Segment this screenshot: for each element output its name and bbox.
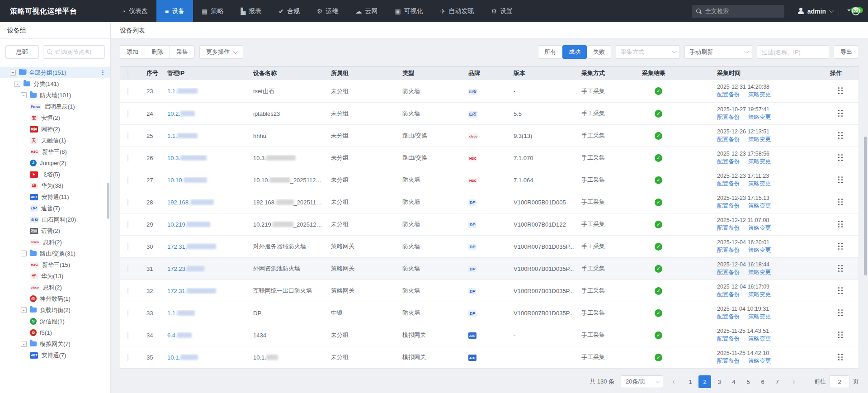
config-backup-link[interactable]: 配置备份 [717, 269, 740, 276]
row-checkbox[interactable] [127, 177, 128, 184]
nav-item-设备[interactable]: ≡设备 [156, 0, 193, 22]
tree-item[interactable]: JJuniper(2) [0, 157, 110, 169]
logout-power-icon[interactable] [852, 7, 860, 15]
select-all-checkbox[interactable] [127, 70, 128, 77]
policy-change-link[interactable]: 策略变更 [748, 202, 771, 210]
device-ip-link[interactable]: 10.3. [167, 155, 180, 161]
config-backup-link[interactable]: 配置备份 [717, 202, 740, 210]
tree-item[interactable]: Venus启明星辰(1) [0, 101, 110, 112]
filter-成功[interactable]: 成功 [562, 45, 587, 59]
policy-change-link[interactable]: 策略变更 [748, 246, 771, 254]
row-checkbox[interactable] [127, 110, 128, 117]
config-backup-link[interactable]: 配置备份 [717, 114, 740, 121]
row-checkbox[interactable] [127, 265, 128, 272]
device-ip-link[interactable]: 172.31. [167, 288, 187, 294]
tree-item[interactable]: H3C新华三(8) [0, 146, 110, 157]
policy-change-link[interactable]: 策略变更 [748, 180, 771, 188]
row-menu-grid-icon[interactable] [838, 309, 843, 316]
policy-change-link[interactable]: 策略变更 [748, 357, 771, 365]
tree-item[interactable]: S深信服(1) [0, 316, 110, 327]
tree-item[interactable]: +全部分组(151)⋮ [0, 67, 110, 78]
row-menu-grid-icon[interactable] [838, 132, 843, 139]
config-backup-link[interactable]: 配置备份 [717, 91, 740, 99]
filter-失败[interactable]: 失败 [587, 45, 611, 59]
tree-item[interactable]: ABT安博通(7) [0, 350, 110, 361]
nav-item-合规[interactable]: ✔合规 [270, 0, 308, 22]
page-button-6[interactable]: 6 [756, 375, 769, 388]
row-menu-grid-icon[interactable] [838, 87, 843, 94]
row-checkbox[interactable] [127, 221, 128, 228]
policy-change-link[interactable]: 策略变更 [748, 114, 771, 121]
policy-change-link[interactable]: 策略变更 [748, 313, 771, 321]
policy-change-link[interactable]: 策略变更 [748, 269, 771, 276]
name-ip-filter-input[interactable] [757, 45, 829, 59]
row-menu-grid-icon[interactable] [838, 265, 843, 272]
tree-item[interactable]: cisco思科(2) [0, 237, 110, 248]
row-menu-grid-icon[interactable] [838, 331, 843, 338]
config-backup-link[interactable]: 配置备份 [717, 246, 740, 254]
nav-item-自动发现[interactable]: ✈自动发现 [432, 0, 483, 22]
policy-change-link[interactable]: 策略变更 [748, 158, 771, 166]
nav-item-策略[interactable]: ▤策略 [193, 0, 232, 22]
expand-icon[interactable]: + [10, 70, 16, 76]
policy-change-link[interactable]: 策略变更 [748, 291, 771, 298]
config-backup-link[interactable]: 配置备份 [717, 313, 740, 321]
config-backup-link[interactable]: 配置备份 [717, 224, 740, 232]
tree-item[interactable]: 迈普迈普(2) [0, 225, 110, 237]
config-backup-link[interactable]: 配置备份 [717, 291, 740, 298]
tree-filter[interactable] [43, 45, 105, 59]
device-ip-link[interactable]: 172.31. [167, 243, 187, 250]
row-menu-grid-icon[interactable] [838, 242, 843, 250]
nav-item-可视化[interactable]: ▣可视化 [386, 0, 431, 22]
row-menu-grid-icon[interactable] [838, 198, 843, 205]
prev-page-button[interactable]: ‹ [668, 375, 679, 388]
tree-item[interactable]: cisco思科(2) [0, 282, 110, 293]
policy-change-link[interactable]: 策略变更 [748, 224, 771, 232]
device-ip-link[interactable]: 1.1. [167, 310, 177, 317]
filter-所有[interactable]: 所有 [538, 45, 562, 59]
global-search-input[interactable] [705, 8, 780, 14]
delete-button[interactable]: 删除 [145, 45, 170, 59]
tree-filter-input[interactable] [55, 49, 101, 55]
nav-item-报表[interactable]: ▙报表 [232, 0, 270, 22]
tree-item[interactable]: 天天融信(1) [0, 135, 110, 146]
nav-item-云网[interactable]: ☁云网 [347, 0, 386, 22]
tree-item[interactable]: H3C新华三(15) [0, 259, 110, 270]
tree-item[interactable]: f5f5(1) [0, 327, 110, 338]
collapse-icon[interactable]: - [21, 307, 27, 313]
export-button[interactable]: 导出 [834, 45, 859, 59]
sidebar-scrollbar[interactable] [107, 183, 109, 219]
more-icon[interactable]: ⋮ [100, 69, 106, 76]
policy-change-link[interactable]: 策略变更 [748, 91, 771, 99]
device-ip-link[interactable]: 10.10. [167, 177, 184, 184]
table-scrollbar[interactable] [864, 137, 867, 275]
tree-item[interactable]: 华华为(38) [0, 180, 110, 191]
device-ip-link[interactable]: 192.168. [167, 199, 190, 206]
add-button[interactable]: 添加 [120, 45, 145, 59]
row-checkbox[interactable] [127, 243, 128, 250]
row-menu-grid-icon[interactable] [838, 287, 843, 294]
config-backup-link[interactable]: 配置备份 [717, 180, 740, 188]
nav-item-仪表盘[interactable]: ◔仪表盘 [113, 0, 156, 22]
tree-item[interactable]: -模拟网关(7) [0, 338, 110, 350]
nav-item-设置[interactable]: ⚙设置 [482, 0, 521, 22]
tree-item[interactable]: F飞塔(5) [0, 169, 110, 180]
row-menu-grid-icon[interactable] [838, 154, 843, 161]
more-actions-button[interactable]: 更多操作 [199, 45, 243, 59]
tree-item[interactable]: 山石山石网科(20) [0, 214, 110, 225]
device-ip-link[interactable]: 172.23. [167, 265, 187, 272]
nav-item-运维[interactable]: ⚙运维 [308, 0, 347, 22]
goto-page-input[interactable] [830, 375, 849, 388]
collect-method-select[interactable]: 采集方式 [616, 45, 680, 59]
row-menu-grid-icon[interactable] [838, 176, 843, 183]
row-checkbox[interactable] [127, 332, 128, 339]
page-button-3[interactable]: 3 [713, 375, 726, 388]
tree-item[interactable]: -路由/交换(31) [0, 248, 110, 259]
collect-button[interactable]: 采集 [170, 45, 195, 59]
collapse-icon[interactable]: - [14, 81, 20, 87]
device-ip-link[interactable]: 6.4. [167, 332, 177, 339]
collapse-icon[interactable]: - [21, 251, 27, 256]
config-backup-link[interactable]: 配置备份 [717, 335, 740, 343]
row-checkbox[interactable] [127, 199, 128, 206]
row-checkbox[interactable] [127, 354, 128, 361]
